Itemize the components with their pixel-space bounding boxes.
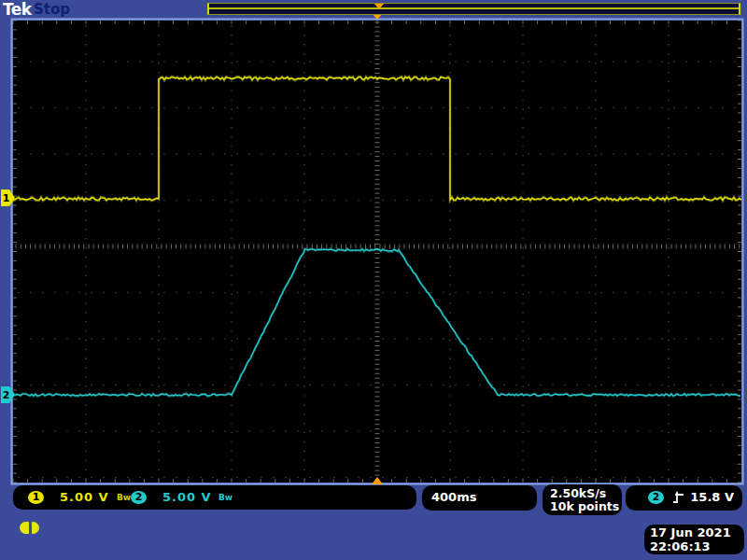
acquisition-record-bar[interactable]: [207, 3, 740, 15]
ch2-ground-marker[interactable]: 2: [1, 386, 15, 403]
date-value: 17 Jun 2021: [650, 525, 731, 539]
channel-readouts[interactable]: 1 5.00 V Bw 2 5.00 V Bw: [13, 485, 416, 510]
ch2-badge[interactable]: 2: [131, 491, 147, 504]
acquisition-readout[interactable]: 2.50kS/s 10k points: [543, 484, 622, 515]
svg-text:1: 1: [3, 192, 10, 204]
svg-text:2: 2: [3, 389, 10, 401]
timebase-readout[interactable]: 400ms: [422, 485, 537, 511]
timebase-value: 400ms: [431, 490, 476, 504]
rising-edge-icon: [672, 490, 685, 505]
record-length-value: 10k points: [550, 499, 619, 513]
ch1-scale: 5.00 V: [60, 490, 109, 504]
time-value: 22:06:13: [650, 539, 711, 553]
tek-logo: Tek: [3, 0, 32, 19]
ch2-scale: 5.00 V: [162, 490, 212, 504]
sample-rate-value: 2.50kS/s: [550, 486, 606, 500]
hardcopy-icon: [20, 521, 40, 535]
ch1-ground-marker[interactable]: 1: [1, 189, 15, 206]
oscilloscope-screen: 12 Tek Stop 1 5.00 V Bw 2 5.00 V Bw 400m…: [0, 0, 747, 560]
record-trigger-position-icon: [374, 4, 384, 9]
graticule-background: [13, 21, 741, 483]
record-waveform-line: [209, 7, 739, 9]
datetime-readout: 17 Jun 2021 22:06:13: [644, 525, 744, 554]
ch2-bandwidth-icon: Bw: [218, 493, 233, 502]
trigger-source-badge: 2: [648, 491, 664, 504]
ch1-badge[interactable]: 1: [28, 491, 44, 504]
hardcopy-icon-right: [32, 522, 39, 534]
ch1-bandwidth-icon: Bw: [117, 493, 131, 502]
hardcopy-icon-left: [20, 522, 29, 534]
trigger-readout[interactable]: 2 15.8 V: [626, 485, 742, 511]
acquisition-status: Stop: [34, 1, 70, 18]
trigger-level-value: 15.8 V: [690, 490, 734, 504]
scope-display: 12: [0, 0, 747, 560]
